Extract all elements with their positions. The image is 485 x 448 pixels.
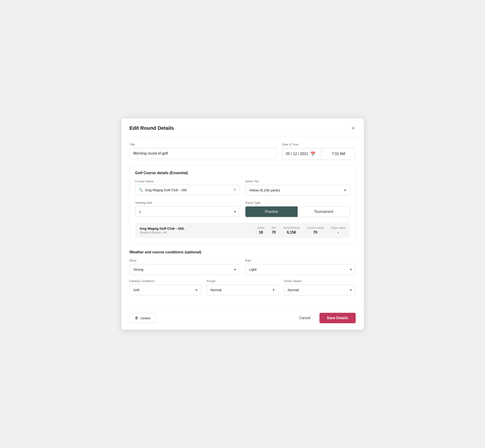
course-name-search-wrapper: 🔍 ✕ (135, 185, 240, 195)
date-value: 05 / 12 / 2021 (286, 152, 308, 156)
hole-gametype-row: Starting Hole 1234 5678 910 ▼ Game Type (135, 201, 350, 217)
course-tee-row: Course Name 🔍 ✕ Select Tee Yellow (6,156… (135, 180, 350, 196)
golf-course-title: Golf Course details (Essential) (135, 171, 350, 175)
slope-rating-value: - (338, 230, 339, 234)
slope-rating-label: Slope rating (331, 226, 345, 230)
delete-label: Delete (141, 316, 151, 320)
title-group: Title (129, 143, 277, 160)
course-info-location: Shelford Bottom, UK (140, 231, 258, 234)
modal-header: Edit Round Details × (121, 118, 364, 136)
fairway-rough-green-row: Fairway Conditions DryNormalSoftWet ▼ Ro… (129, 279, 356, 295)
yards-stat: Yards(Yellow) 6,156 (283, 226, 300, 234)
green-speed-wrapper: SlowNormalFastVery Fast ▼ (284, 285, 356, 295)
game-type-group: Game Type Practice Tournament (245, 201, 350, 217)
select-tee-group: Select Tee Yellow (6,156 yards) White Re… (245, 180, 350, 196)
holes-stat: Holes 18 (257, 226, 264, 234)
date-field[interactable]: 05 / 12 / 2021 📅 (282, 148, 322, 160)
select-tee-dropdown[interactable]: Yellow (6,156 yards) White Red Blue (245, 185, 350, 196)
modal-body: Title Date & Time 05 / 12 / 2021 📅 7:31 … (121, 136, 364, 308)
green-speed-label: Green Speed (284, 279, 356, 283)
calendar-icon: 📅 (310, 151, 315, 156)
rain-dropdown[interactable]: NoneLightModerateHeavy (245, 264, 356, 275)
starting-hole-dropdown[interactable]: 1234 5678 910 (135, 206, 240, 217)
footer-row: 🗑 Delete Cancel Save Details (121, 308, 364, 330)
starting-hole-wrapper: 1234 5678 910 ▼ (135, 206, 240, 217)
yards-label: Yards(Yellow) (283, 226, 300, 230)
select-tee-label: Select Tee (245, 180, 350, 183)
wind-rain-row: Wind CalmLightModerate StrongVery Strong… (129, 259, 356, 275)
slope-rating-stat: Slope rating - (331, 226, 345, 234)
footer-right: Cancel Save Details (295, 313, 356, 323)
course-info-name-text: Gog Magog Golf Club - Old, (140, 226, 258, 230)
holes-label: Holes (257, 226, 264, 230)
delete-button[interactable]: 🗑 Delete (129, 313, 156, 323)
game-type-label: Game Type (245, 201, 350, 204)
rain-wrapper: NoneLightModerateHeavy ▼ (245, 264, 356, 275)
close-button[interactable]: × (351, 125, 356, 132)
fairway-dropdown[interactable]: DryNormalSoftWet (129, 285, 201, 295)
time-value: 7:31 AM (332, 152, 345, 156)
par-value: 70 (272, 230, 276, 234)
search-icon: 🔍 (139, 188, 143, 192)
weather-section-title: Weather and course conditions (optional) (129, 250, 356, 254)
course-name-label: Course Name (135, 180, 240, 183)
golf-course-section: Golf Course details (Essential) Course N… (129, 165, 356, 244)
course-rating-label: Course rating (307, 226, 323, 230)
fairway-label: Fairway Conditions (129, 279, 201, 283)
tournament-toggle-button[interactable]: Tournament (298, 207, 350, 217)
par-stat: Par 70 (272, 226, 276, 234)
course-info-name: Gog Magog Golf Club - Old, Shelford Bott… (140, 226, 258, 234)
course-stats: Holes 18 Par 70 Yards(Yellow) 6,156 Cour… (257, 226, 345, 234)
trash-icon: 🗑 (135, 316, 138, 320)
time-field[interactable]: 7:31 AM (322, 148, 355, 160)
wind-group: Wind CalmLightModerate StrongVery Strong… (129, 259, 240, 275)
rain-label: Rain (245, 259, 356, 262)
title-datetime-row: Title Date & Time 05 / 12 / 2021 📅 7:31 … (129, 143, 356, 160)
yards-value: 6,156 (287, 230, 296, 234)
rough-group: Rough ShortNormalLongVery Long ▼ (207, 279, 278, 295)
fairway-wrapper: DryNormalSoftWet ▼ (129, 285, 201, 295)
datetime-label: Date & Time (282, 143, 356, 146)
par-label: Par (272, 226, 276, 230)
holes-value: 18 (259, 230, 263, 234)
rough-wrapper: ShortNormalLongVery Long ▼ (207, 285, 278, 295)
course-name-input[interactable] (145, 188, 231, 192)
rough-label: Rough (207, 279, 278, 283)
course-rating-stat: Course rating 70 (307, 226, 323, 234)
game-type-toggle: Practice Tournament (245, 206, 350, 217)
course-info-row: Gog Magog Golf Club - Old, Shelford Bott… (135, 223, 350, 238)
course-name-clear-button[interactable]: ✕ (233, 188, 236, 192)
select-tee-wrapper: Yellow (6,156 yards) White Red Blue ▼ (245, 185, 350, 196)
practice-toggle-button[interactable]: Practice (245, 207, 298, 217)
starting-hole-group: Starting Hole 1234 5678 910 ▼ (135, 201, 240, 217)
green-speed-dropdown[interactable]: SlowNormalFastVery Fast (284, 285, 356, 295)
course-rating-value: 70 (313, 230, 317, 234)
rain-group: Rain NoneLightModerateHeavy ▼ (245, 259, 356, 275)
save-button[interactable]: Save Details (319, 313, 356, 323)
edit-round-modal: Edit Round Details × Title Date & Time 0… (121, 118, 364, 330)
wind-dropdown[interactable]: CalmLightModerate StrongVery Strong (129, 264, 240, 275)
modal-title: Edit Round Details (129, 125, 174, 131)
wind-label: Wind (129, 259, 240, 262)
green-speed-group: Green Speed SlowNormalFastVery Fast ▼ (284, 279, 356, 295)
starting-hole-label: Starting Hole (135, 201, 240, 204)
title-label: Title (129, 143, 277, 146)
title-input[interactable] (129, 148, 277, 159)
cancel-button[interactable]: Cancel (295, 313, 314, 323)
date-time-container: 05 / 12 / 2021 📅 7:31 AM (282, 148, 356, 160)
rough-dropdown[interactable]: ShortNormalLongVery Long (207, 285, 278, 295)
course-name-group: Course Name 🔍 ✕ (135, 180, 240, 196)
fairway-group: Fairway Conditions DryNormalSoftWet ▼ (129, 279, 201, 295)
datetime-group: Date & Time 05 / 12 / 2021 📅 7:31 AM (282, 143, 356, 160)
wind-wrapper: CalmLightModerate StrongVery Strong ▼ (129, 264, 240, 275)
weather-section: Weather and course conditions (optional)… (129, 250, 356, 295)
